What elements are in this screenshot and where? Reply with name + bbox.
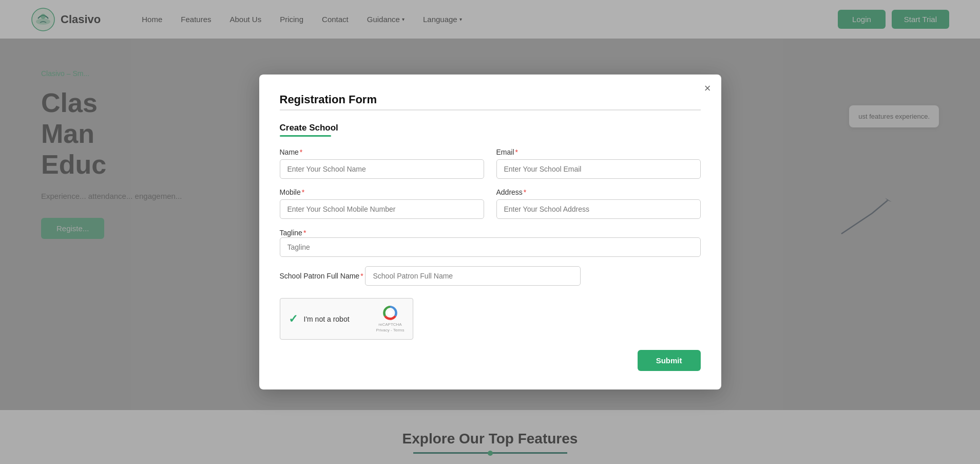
recaptcha-checkmark: ✓: [289, 312, 298, 326]
address-label: Address*: [496, 188, 701, 196]
name-label: Name*: [280, 148, 484, 156]
tagline-label: Tagline*: [280, 229, 306, 237]
modal-footer: Submit: [280, 350, 701, 371]
patron-label: School Patron Full Name*: [280, 272, 366, 280]
email-group: Email*: [496, 148, 701, 179]
name-group: Name*: [280, 148, 484, 179]
modal-title: Registration Form: [280, 93, 701, 106]
address-group: Address*: [496, 188, 701, 219]
patron-name-input[interactable]: [365, 266, 581, 286]
recaptcha-icon: [382, 305, 398, 321]
recaptcha-label: I'm not a robot: [304, 315, 370, 323]
tagline-row: Tagline*: [280, 228, 701, 257]
recaptcha-brand: reCAPTCHAPrivacy - Terms: [376, 322, 405, 333]
submit-button[interactable]: Submit: [638, 350, 701, 371]
tagline-input[interactable]: [280, 237, 701, 257]
modal-close-button[interactable]: ×: [704, 83, 711, 94]
recaptcha-logo: reCAPTCHAPrivacy - Terms: [376, 305, 405, 333]
modal-overlay: Registration Form × Create School Name* …: [0, 0, 980, 464]
patron-required: *: [360, 272, 363, 280]
email-required: *: [515, 148, 518, 156]
mobile-label: Mobile*: [280, 188, 484, 196]
mobile-address-row: Mobile* Address*: [280, 188, 701, 219]
section-title: Create School: [280, 123, 701, 133]
email-label: Email*: [496, 148, 701, 156]
recaptcha-widget[interactable]: ✓ I'm not a robot reCAPTCHAPrivacy - Ter…: [280, 298, 413, 340]
name-email-row: Name* Email*: [280, 148, 701, 179]
section-underline: [280, 135, 331, 137]
school-name-input[interactable]: [280, 159, 484, 179]
school-email-input[interactable]: [496, 159, 701, 179]
tagline-required: *: [303, 229, 306, 237]
mobile-required: *: [302, 188, 304, 196]
modal-divider: [280, 109, 701, 110]
name-required: *: [300, 148, 302, 156]
svg-point-4: [388, 310, 393, 315]
school-address-input[interactable]: [496, 199, 701, 219]
mobile-group: Mobile*: [280, 188, 484, 219]
school-mobile-input[interactable]: [280, 199, 484, 219]
address-required: *: [524, 188, 526, 196]
registration-modal: Registration Form × Create School Name* …: [259, 75, 721, 389]
patron-row: School Patron Full Name*: [280, 266, 701, 286]
